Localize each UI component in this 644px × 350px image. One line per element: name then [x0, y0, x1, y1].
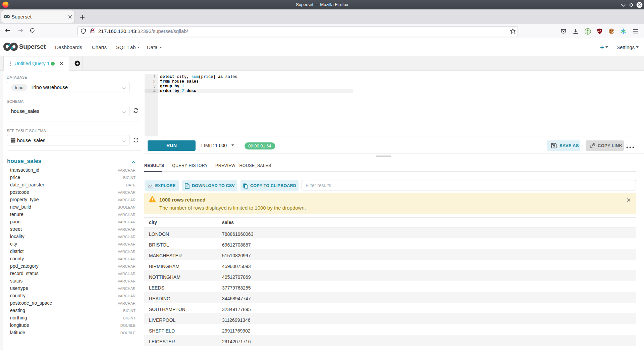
- svg-text:uO: uO: [598, 30, 601, 32]
